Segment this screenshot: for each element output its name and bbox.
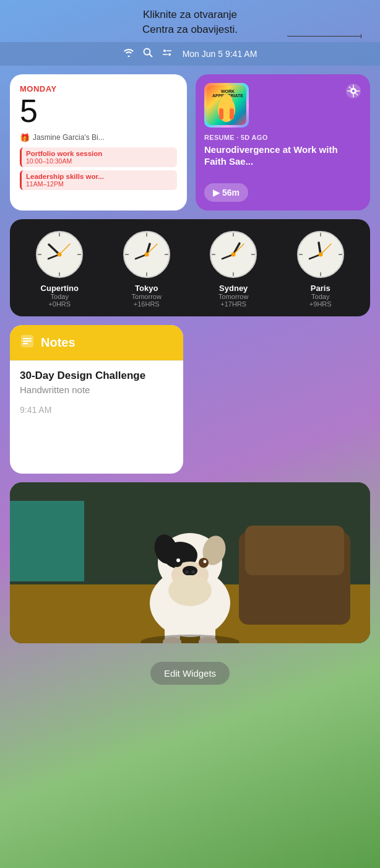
svg-point-2 (163, 50, 166, 52)
svg-rect-50 (23, 338, 32, 339)
clock-paris: Paris Today+9HRS (296, 230, 345, 308)
notes-header: Notes (10, 325, 183, 360)
clock-face-cupertino (35, 230, 84, 279)
photo-widget[interactable] (10, 482, 370, 643)
clock-tokyo: Tokyo Tomorrow+16HRS (123, 230, 171, 308)
notification-center-line (287, 36, 361, 37)
edit-widgets-button[interactable]: Edit Widgets (150, 662, 230, 685)
podcasts-icon (345, 83, 361, 103)
clock-label-tokyo: Tokyo Tomorrow+16HRS (132, 284, 162, 308)
world-clock-widget[interactable]: Cupertino Today+0HRS Tokyo Tomorrow+16HR… (10, 219, 370, 316)
calendar-event-2: Leadership skills wor... 11AM–12PM (20, 170, 177, 190)
dog-photo (10, 482, 370, 643)
top-row: MONDAY 5 🎁 Jasmine Garcia's Bi... Portfo… (10, 74, 370, 210)
podcast-cover: WORK APPROPRIATE (204, 83, 249, 128)
notes-note-time: 9:41 AM (20, 405, 173, 415)
menu-bar: Mon Jun 5 9:41 AM (0, 42, 380, 66)
gift-icon: 🎁 (20, 133, 30, 142)
svg-point-65 (183, 566, 197, 576)
svg-rect-56 (10, 501, 84, 581)
svg-point-71 (204, 560, 207, 563)
svg-point-4 (168, 53, 171, 56)
calendar-date: 5 (20, 95, 177, 127)
podcast-title: Neurodivergence at Work with Faith Sae..… (204, 144, 361, 177)
clock-face-sydney (209, 230, 257, 279)
notes-note-subtitle: Handwritten note (20, 384, 173, 395)
svg-point-67 (191, 570, 195, 573)
clock-face-tokyo (123, 230, 171, 279)
clock-cupertino: Cupertino Today+0HRS (35, 230, 84, 308)
clock-sydney: Sydney Tomorrow+17HRS (209, 230, 257, 308)
notes-note-title: 30-Day Design Challenge (20, 370, 173, 382)
svg-line-1 (149, 54, 152, 56)
clock-label-sydney: Sydney Tomorrow+17HRS (218, 284, 248, 308)
clock-face-paris (296, 230, 345, 279)
svg-point-7 (221, 94, 232, 105)
search-icon[interactable] (143, 48, 153, 60)
clock-label-cupertino: Cupertino Today+0HRS (41, 284, 79, 308)
svg-point-72 (168, 575, 212, 606)
calendar-birthday: 🎁 Jasmine Garcia's Bi... (20, 133, 177, 142)
svg-point-70 (176, 558, 180, 562)
notes-app-title: Notes (41, 336, 76, 350)
menu-bar-icons (123, 48, 173, 60)
notes-widget[interactable]: Notes 30-Day Design Challenge Handwritte… (10, 325, 183, 474)
podcast-widget[interactable]: WORK APPROPRIATE (196, 74, 370, 210)
calendar-widget[interactable]: MONDAY 5 🎁 Jasmine Garcia's Bi... Portfo… (10, 74, 187, 210)
svg-rect-9 (230, 108, 234, 119)
calendar-day: MONDAY (20, 84, 177, 93)
widgets-container: MONDAY 5 🎁 Jasmine Garcia's Bi... Portfo… (0, 66, 380, 706)
edit-widgets-container: Edit Widgets (10, 652, 370, 697)
svg-point-48 (318, 252, 322, 256)
notes-app-icon (20, 334, 35, 352)
svg-point-21 (58, 252, 62, 256)
svg-point-69 (199, 558, 209, 568)
menu-bar-datetime: Mon Jun 5 9:41 AM (183, 49, 257, 59)
control-center-icon[interactable] (162, 48, 173, 59)
podcast-meta: RESUME · 5D AGO (204, 134, 361, 141)
calendar-event-1: Portfolio work session 10:00–10:30AM (20, 147, 177, 167)
podcast-header: WORK APPROPRIATE (204, 83, 361, 128)
svg-point-39 (231, 252, 236, 256)
svg-point-30 (144, 252, 149, 256)
wifi-icon[interactable] (123, 48, 134, 59)
svg-rect-58 (245, 526, 344, 575)
svg-rect-51 (23, 341, 32, 342)
svg-rect-52 (23, 343, 28, 344)
clock-label-paris: Paris Today+9HRS (309, 284, 332, 308)
svg-point-12 (352, 90, 355, 92)
svg-rect-8 (219, 108, 223, 119)
svg-point-66 (185, 570, 189, 573)
notes-body: 30-Day Design Challenge Handwritten note… (10, 360, 183, 423)
podcast-play-button[interactable]: ▶ 56m (204, 183, 248, 202)
